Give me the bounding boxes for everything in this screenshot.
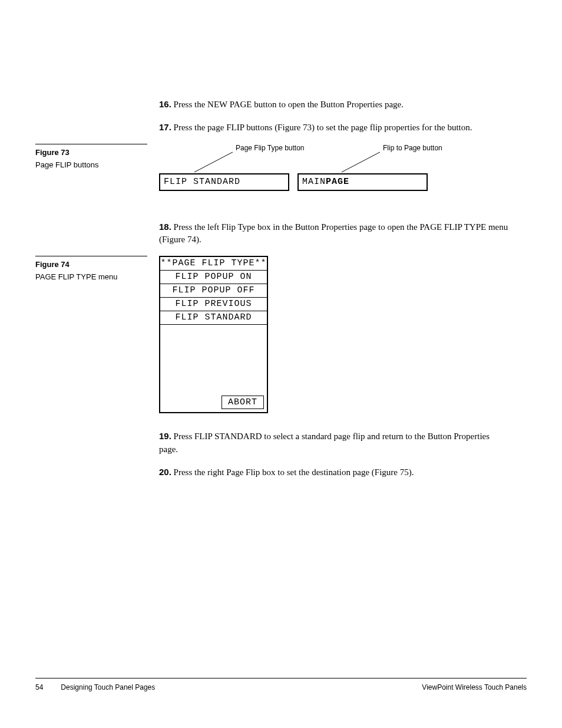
step-18: 18. Press the left Flip Type box in the … (159, 220, 509, 247)
page-number: 54 (35, 683, 43, 691)
figure-73-caption: Figure 73 Page FLIP buttons (35, 144, 147, 169)
step-text: Press the left Flip Type box in the Butt… (159, 222, 508, 245)
step-19: 19. Press FLIP STANDARD to select a stan… (159, 430, 509, 456)
flip-page-value-a: MAIN (302, 177, 326, 187)
footer-doc-title: ViewPoint Wireless Touch Panels (422, 683, 527, 691)
figure-description: PAGE FLIP TYPE menu (35, 272, 147, 281)
document-page: 16. Press the NEW PAGE button to open th… (0, 0, 562, 728)
step-number: 18. (159, 222, 171, 232)
step-number: 17. (159, 122, 171, 132)
step-text: Press the right Page Flip box to set the… (174, 467, 414, 477)
figure-73: Page Flip Type button Flip to Page butto… (159, 144, 509, 203)
svg-line-0 (194, 152, 233, 172)
svg-line-1 (342, 152, 380, 172)
step-text: Press the page FLIP buttons (Figure 73) … (174, 123, 472, 132)
figure-label: Figure 73 (35, 148, 147, 157)
flip-to-page-box: MAIN PAGE (297, 173, 428, 191)
menu-item-popup-off: FLIP POPUP OFF (160, 284, 267, 297)
page-flip-type-menu: **PAGE FLIP TYPE** FLIP POPUP ON FLIP PO… (159, 256, 268, 413)
flip-page-value-b: PAGE (326, 177, 349, 187)
step-20: 20. Press the right Page Flip box to set… (159, 466, 509, 479)
step-17: 17. Press the page FLIP buttons (Figure … (159, 121, 509, 134)
step-text: Press the NEW PAGE button to open the Bu… (174, 100, 404, 109)
page-footer: 54 Designing Touch Panel Pages ViewPoint… (35, 678, 527, 691)
step-16: 16. Press the NEW PAGE button to open th… (159, 98, 509, 111)
figure-74: **PAGE FLIP TYPE** FLIP POPUP ON FLIP PO… (159, 256, 509, 413)
flip-type-box: FLIP STANDARD (159, 173, 289, 191)
flip-type-value: FLIP STANDARD (164, 177, 240, 187)
abort-button: ABORT (222, 396, 264, 409)
step-number: 20. (159, 467, 171, 477)
footer-section: Designing Touch Panel Pages (61, 683, 155, 691)
menu-spacer: ABORT (160, 324, 267, 412)
content-grid: 16. Press the NEW PAGE button to open th… (35, 98, 509, 488)
menu-item-previous: FLIP PREVIOUS (160, 297, 267, 311)
step-number: 16. (159, 99, 171, 109)
menu-item-popup-on: FLIP POPUP ON (160, 270, 267, 284)
step-text: Press FLIP STANDARD to select a standard… (159, 431, 490, 454)
figure-description: Page FLIP buttons (35, 160, 147, 169)
menu-item-standard: FLIP STANDARD (160, 311, 267, 324)
figure-label: Figure 74 (35, 260, 147, 269)
step-number: 19. (159, 431, 171, 441)
figure-74-caption: Figure 74 PAGE FLIP TYPE menu (35, 256, 147, 281)
menu-title: **PAGE FLIP TYPE** (160, 257, 267, 270)
